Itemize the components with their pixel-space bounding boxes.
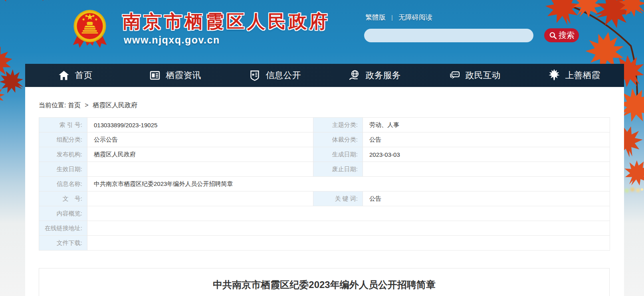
- field-value-group-category: 公示公告: [87, 132, 313, 147]
- field-value-publisher: 栖霞区人民政府: [87, 147, 313, 162]
- page-background: 南京市栖霞区人民政府 www.njqxq.gov.cn 繁體版 | 无障碍阅读 …: [0, 0, 644, 296]
- breadcrumb: 当前位置: 首页 > 栖霞区人民政府: [39, 101, 624, 110]
- breadcrumb-current-link[interactable]: 栖霞区人民政府: [93, 102, 137, 109]
- field-label-document-number: 文 号:: [39, 191, 87, 206]
- main-container: 南京市栖霞区人民政府 www.njqxq.gov.cn 繁體版 | 无障碍阅读 …: [25, 0, 624, 296]
- field-value-expiry-date: [363, 162, 610, 177]
- site-title: 南京市栖霞区人民政府: [123, 10, 330, 34]
- main-nav: 首页 栖霞资讯 信息: [25, 64, 624, 87]
- breadcrumb-home-link[interactable]: 首页: [68, 102, 81, 109]
- links-divider: |: [391, 14, 393, 21]
- nav-label: 栖霞资讯: [166, 69, 201, 81]
- field-label-info-name: 信息名称:: [39, 177, 87, 191]
- article-box: 中共南京市栖霞区纪委2023年编外人员公开招聘简章: [39, 268, 610, 296]
- field-label-publish-date: 生成日期:: [313, 147, 363, 162]
- news-icon: [149, 69, 161, 81]
- field-label-publisher: 发布机构:: [39, 147, 87, 162]
- accessibility-link[interactable]: 无障碍阅读: [398, 13, 432, 22]
- field-label-genre-category: 体裁分类:: [313, 132, 363, 147]
- services-icon: [349, 69, 361, 81]
- field-value-topic-category: 劳动、人事: [363, 118, 610, 132]
- nav-label: 政民互动: [466, 69, 501, 81]
- field-value-publish-date: 2023-03-03: [363, 147, 610, 162]
- search-button-label: 搜索: [559, 30, 575, 41]
- field-value-genre-category: 公告: [363, 132, 610, 147]
- breadcrumb-separator: >: [85, 102, 88, 109]
- table-row: 组配分类: 公示公告 体裁分类: 公告: [39, 132, 610, 147]
- search-bar: 搜索: [364, 28, 579, 42]
- field-label-file-download: 文件下载:: [39, 236, 87, 251]
- table-row: 文件下载:: [39, 236, 610, 251]
- nav-item-news[interactable]: 栖霞资讯: [125, 64, 225, 87]
- document-info-table: 索 引 号: 013033899/2023-19025 主题分类: 劳动、人事 …: [39, 117, 610, 251]
- site-header: 南京市栖霞区人民政府 www.njqxq.gov.cn 繁體版 | 无障碍阅读 …: [25, 0, 624, 64]
- table-row: 在线链接地址:: [39, 221, 610, 236]
- nav-label: 信息公开: [266, 69, 301, 81]
- article-title: 中共南京市栖霞区纪委2023年编外人员公开招聘简章: [39, 278, 609, 291]
- field-value-content-overview: [87, 206, 610, 221]
- nav-label: 政务服务: [366, 69, 401, 81]
- table-row: 索 引 号: 013033899/2023-19025 主题分类: 劳动、人事: [39, 118, 610, 132]
- top-links: 繁體版 | 无障碍阅读: [365, 13, 432, 22]
- traditional-version-link[interactable]: 繁體版: [365, 13, 386, 22]
- field-label-expiry-date: 废止日期:: [313, 162, 363, 177]
- site-url: www.njqxq.gov.cn: [124, 34, 220, 46]
- field-value-index-number: 013033899/2023-19025: [87, 118, 313, 132]
- nav-item-shangshan-qixia[interactable]: 上善栖霞: [524, 64, 624, 87]
- national-emblem-icon: [72, 9, 107, 51]
- bridge-lights-decoration: [641, 188, 643, 191]
- nav-item-info-disclosure[interactable]: 信息公开: [225, 64, 325, 87]
- field-label-topic-category: 主题分类:: [313, 118, 363, 132]
- nav-label: 首页: [75, 69, 93, 81]
- field-label-keywords: 关 键 词:: [313, 191, 363, 206]
- table-row: 文 号: 关 键 词: 公告: [39, 191, 610, 206]
- nav-item-interaction[interactable]: 政民互动: [424, 64, 524, 87]
- nav-label: 上善栖霞: [565, 69, 600, 81]
- info-disclosure-icon: [249, 69, 261, 81]
- field-value-info-name: 中共南京市栖霞区纪委2023年编外人员公开招聘简章: [87, 177, 610, 191]
- field-value-keywords: 公告: [363, 191, 610, 206]
- maple-leaf-icon: [548, 69, 560, 81]
- home-icon: [58, 69, 70, 81]
- field-value-file-download: [87, 236, 610, 251]
- nav-item-home[interactable]: 首页: [25, 64, 125, 87]
- nav-item-services[interactable]: 政务服务: [325, 64, 424, 87]
- field-value-effective-date: [87, 162, 313, 177]
- content-panel: 当前位置: 首页 > 栖霞区人民政府 索 引 号: 013033899/2023…: [25, 87, 624, 296]
- field-value-document-number: [87, 191, 313, 206]
- field-label-content-overview: 内容概览:: [39, 206, 87, 221]
- table-row: 信息名称: 中共南京市栖霞区纪委2023年编外人员公开招聘简章: [39, 177, 610, 191]
- search-icon: [549, 31, 557, 40]
- field-label-effective-date: 生效日期:: [39, 162, 87, 177]
- interaction-icon: [448, 69, 460, 81]
- breadcrumb-prefix: 当前位置:: [39, 102, 66, 109]
- field-value-online-link: [87, 221, 610, 236]
- table-row: 发布机构: 栖霞区人民政府 生成日期: 2023-03-03: [39, 147, 610, 162]
- table-row: 生效日期: 废止日期:: [39, 162, 610, 177]
- field-label-index-number: 索 引 号:: [39, 118, 87, 132]
- field-label-online-link: 在线链接地址:: [39, 221, 87, 236]
- search-button[interactable]: 搜索: [544, 28, 579, 42]
- search-input[interactable]: [364, 29, 533, 42]
- field-label-group-category: 组配分类:: [39, 132, 87, 147]
- site-logo[interactable]: 南京市栖霞区人民政府 www.njqxq.gov.cn: [71, 6, 351, 57]
- table-row: 内容概览:: [39, 206, 610, 221]
